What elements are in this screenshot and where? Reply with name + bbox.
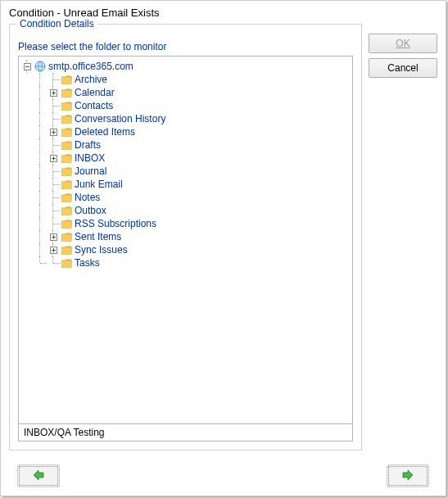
tree-node-label: Tasks <box>73 257 100 269</box>
back-button[interactable] <box>17 464 60 487</box>
tree-folder-node[interactable]: Archive <box>20 73 351 86</box>
folder-icon <box>60 178 73 191</box>
folder-icon <box>60 125 73 138</box>
tree-node-label: smtp.office365.com <box>47 61 133 72</box>
ok-button[interactable]: OK <box>369 34 437 53</box>
tree-folder-node[interactable]: Junk Email <box>20 178 351 191</box>
next-button[interactable] <box>387 464 429 487</box>
tree-folder-node[interactable]: Sync Issues <box>20 243 351 256</box>
globe-icon <box>34 60 47 73</box>
tree-folder-node[interactable]: Outbox <box>20 204 351 217</box>
folder-icon <box>60 256 73 269</box>
tree-node-label: Drafts <box>73 139 101 151</box>
folder-icon <box>60 217 73 230</box>
tree-node-label: Conversation History <box>73 113 165 124</box>
folder-icon <box>60 99 73 112</box>
folder-icon <box>60 152 73 165</box>
folder-icon <box>60 86 73 99</box>
folder-icon <box>60 243 73 256</box>
tree-folder-node[interactable]: INBOX <box>20 152 351 165</box>
folder-tree[interactable]: smtp.office365.comArchiveCalendarContact… <box>18 56 353 424</box>
folder-icon <box>60 191 73 204</box>
cancel-button[interactable]: Cancel <box>369 58 437 78</box>
folder-icon <box>60 73 73 86</box>
tree-node-label: Contacts <box>73 100 113 111</box>
tree-folder-node[interactable]: Tasks <box>20 256 351 269</box>
condition-details-group: Condition Details Please select the fold… <box>9 24 362 450</box>
expand-icon[interactable] <box>50 129 57 136</box>
tree-folder-node[interactable]: Conversation History <box>20 112 351 125</box>
tree-node-label: Sent Items <box>73 231 121 242</box>
folder-icon <box>60 138 73 152</box>
folder-icon <box>60 204 73 217</box>
tree-folder-node[interactable]: Contacts <box>20 99 351 112</box>
collapse-icon[interactable] <box>24 63 31 70</box>
tree-folder-node[interactable]: Notes <box>20 191 351 204</box>
cancel-button-label: Cancel <box>387 62 418 74</box>
arrow-left-icon <box>32 469 45 483</box>
tree-node-label: RSS Subscriptions <box>73 218 156 229</box>
expand-icon[interactable] <box>50 233 57 241</box>
folder-icon <box>60 230 73 243</box>
tree-node-label: Journal <box>73 165 106 177</box>
tree-root-node[interactable]: smtp.office365.com <box>20 60 351 73</box>
arrow-right-icon <box>401 469 414 483</box>
tree-node-label: Outbox <box>73 205 106 216</box>
prompt-label: Please select the folder to monitor <box>18 41 353 52</box>
tree-node-label: INBOX <box>73 152 105 164</box>
tree-folder-node[interactable]: Journal <box>20 165 351 178</box>
folder-icon <box>60 112 73 125</box>
tree-folder-node[interactable]: RSS Subscriptions <box>20 217 351 230</box>
tree-folder-node[interactable]: Calendar <box>20 86 351 99</box>
tree-node-label: Deleted Items <box>73 126 135 138</box>
folder-icon <box>60 165 73 178</box>
tree-node-label: Notes <box>73 192 100 203</box>
expand-icon[interactable] <box>50 155 57 162</box>
tree-node-label: Archive <box>73 74 107 85</box>
ok-button-label: OK <box>396 38 410 49</box>
tree-folder-node[interactable]: Sent Items <box>20 230 351 243</box>
tree-node-label: Junk Email <box>73 179 123 190</box>
tree-folder-node[interactable]: Deleted Items <box>20 125 351 138</box>
tree-node-label: Sync Issues <box>73 244 128 256</box>
tree-folder-node[interactable]: Drafts <box>20 138 351 152</box>
selected-path: INBOX/QA Testing <box>18 424 353 441</box>
expand-icon[interactable] <box>50 247 57 254</box>
expand-icon[interactable] <box>50 89 57 97</box>
fieldset-legend: Condition Details <box>16 18 97 29</box>
tree-node-label: Calendar <box>73 87 115 98</box>
